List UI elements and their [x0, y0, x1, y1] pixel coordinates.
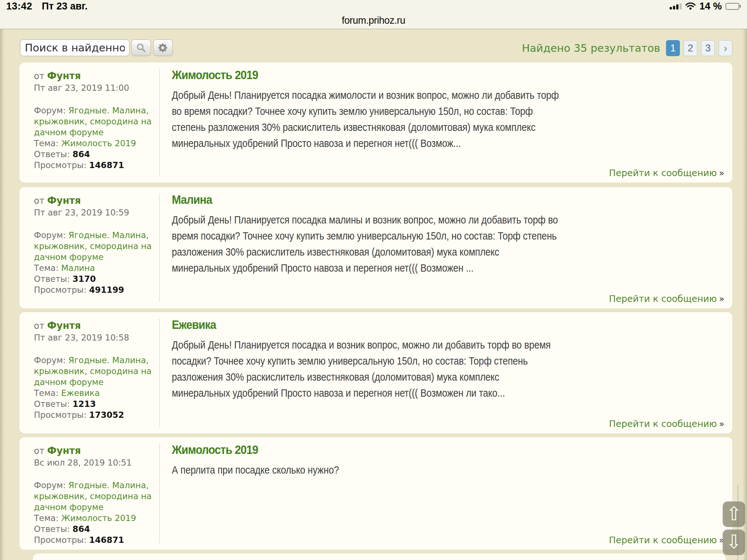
search-result-card: от Фунтя Пт авг 23, 2019 10:58 Форум: Яг… [19, 312, 732, 433]
gear-icon [158, 42, 169, 53]
search-icon [136, 42, 147, 53]
wifi-icon [685, 2, 696, 10]
result-meta: от Фунтя Пт авг 23, 2019 10:58 Форум: Яг… [34, 320, 156, 420]
divider [159, 194, 160, 302]
topic-link[interactable]: Жимолость 2019 [61, 513, 136, 523]
replies-count: 3170 [73, 274, 96, 284]
browser-title-bar: forum.prihoz.ru [0, 12, 747, 29]
results-count: Найдено 35 результатов [522, 42, 660, 54]
views-count: 173052 [89, 410, 124, 420]
author-link[interactable]: Фунтя [47, 70, 81, 81]
pagination-next-button[interactable]: › [719, 40, 732, 56]
goto-message-link[interactable]: Перейти к сообщению » [609, 168, 725, 178]
status-time: 13:42 [6, 1, 32, 12]
goto-message-link[interactable]: Перейти к сообщению » [609, 293, 725, 304]
pagination-page-3[interactable]: 3 [701, 40, 715, 56]
result-content: Малина Добрый День! Планируется посадка … [172, 193, 721, 276]
ios-status-bar: 13:42 Пт 23 авг. 14 % [0, 0, 747, 12]
divider [159, 319, 160, 427]
views-label: Просмотры: [34, 410, 86, 420]
forum-line: Форум: Ягодные. Малина, крыжовник, сморо… [34, 355, 156, 388]
topic-link[interactable]: Ежевика [61, 388, 100, 398]
author-link[interactable]: Фунтя [47, 445, 81, 456]
post-date: Пт авг 23, 2019 10:59 [34, 207, 156, 218]
topic-link[interactable]: Малина [61, 263, 95, 273]
result-title-link[interactable]: Малина [172, 193, 212, 207]
result-title-link[interactable]: Ежевика [172, 318, 216, 332]
views-count: 491199 [89, 285, 124, 295]
status-right: 14 % [670, 1, 741, 12]
result-excerpt: Добрый День! Планируется посадка и возни… [172, 337, 560, 401]
replies-line: Ответы: 3170 [34, 273, 156, 284]
scroll-down-icon: ⇩ [726, 532, 742, 551]
result-excerpt: А перлита при посадке сколько нужно? [172, 462, 560, 478]
author-line: от Фунтя [34, 320, 156, 331]
views-label: Просмотры: [34, 160, 86, 170]
goto-message-label: Перейти к сообщению [609, 168, 717, 178]
goto-arrow-icon: » [719, 420, 724, 428]
goto-message-link[interactable]: Перейти к сообщению » [609, 535, 725, 545]
topic-label: Тема: [34, 388, 58, 398]
views-label: Просмотры: [34, 285, 86, 295]
scroll-to-bottom-button[interactable]: ⇩ [723, 529, 745, 555]
search-input[interactable] [20, 39, 129, 56]
forum-label: Форум: [34, 481, 66, 490]
replies-line: Ответы: 1213 [34, 398, 156, 409]
pagination-page-1[interactable]: 1 [666, 40, 680, 56]
author-link[interactable]: Фунтя [47, 195, 81, 206]
goto-message-label: Перейти к сообщению [609, 293, 717, 304]
next-section-strip [33, 553, 726, 560]
forum-line: Форум: Ягодные. Малина, крыжовник, сморо… [34, 230, 156, 262]
result-meta: от Фунтя Пт авг 23, 2019 11:00 Форум: Яг… [34, 70, 156, 171]
author-prefix: от [34, 71, 44, 81]
result-title-link[interactable]: Жимолость 2019 [172, 443, 258, 457]
replies-count: 864 [73, 524, 90, 534]
page-url: forum.prihoz.ru [342, 15, 405, 26]
forum-line: Форум: Ягодные. Малина, крыжовник, сморо… [34, 105, 156, 138]
scroll-to-top-button[interactable]: ⇧ [723, 501, 745, 527]
cellular-signal-icon [670, 3, 682, 9]
topic-line: Тема: Ежевика [34, 388, 156, 398]
search-result-card: от Фунтя Вс июл 28, 2019 10:51 Форум: Яг… [19, 437, 732, 550]
forum-label: Форум: [34, 106, 66, 115]
result-excerpt: Добрый День! Планируется посадка жимолос… [172, 87, 560, 151]
topic-label: Тема: [34, 263, 58, 273]
author-prefix: от [34, 321, 44, 331]
topic-line: Тема: Жимолость 2019 [34, 513, 156, 524]
forum-line: Форум: Ягодные. Малина, крыжовник, сморо… [34, 480, 156, 513]
author-line: от Фунтя [34, 70, 156, 82]
replies-label: Ответы: [34, 149, 70, 159]
author-line: от Фунтя [34, 445, 156, 456]
replies-line: Ответы: 864 [34, 149, 156, 160]
post-date: Пт авг 23, 2019 11:00 [34, 82, 156, 93]
search-button[interactable] [131, 39, 151, 56]
author-line: от Фунтя [34, 195, 156, 206]
forum-label: Форум: [34, 230, 66, 240]
replies-count: 1213 [73, 399, 96, 409]
topic-link[interactable]: Жимолость 2019 [61, 139, 136, 148]
post-date: Вс июл 28, 2019 10:51 [34, 457, 156, 468]
scroll-up-icon: ⇧ [726, 504, 742, 523]
views-count: 146871 [89, 535, 124, 545]
topic-line: Тема: Жимолость 2019 [34, 138, 156, 149]
result-content: Жимолость 2019 Добрый День! Планируется … [172, 68, 721, 151]
topic-label: Тема: [34, 139, 58, 148]
result-title-link[interactable]: Жимолость 2019 [172, 68, 258, 82]
views-line: Просмотры: 491199 [34, 284, 156, 295]
result-excerpt: Добрый День! Планируется посадка малины … [172, 212, 560, 276]
chevron-right-icon: › [724, 42, 727, 54]
author-prefix: от [34, 196, 44, 206]
views-line: Просмотры: 146871 [34, 534, 156, 545]
topic-line: Тема: Малина [34, 262, 156, 273]
pagination-page-2[interactable]: 2 [684, 40, 697, 56]
result-content: Жимолость 2019 А перлита при посадке ско… [172, 443, 721, 478]
search-settings-button[interactable] [153, 39, 173, 56]
divider [159, 69, 160, 176]
replies-count: 864 [73, 149, 90, 159]
author-link[interactable]: Фунтя [47, 320, 81, 331]
result-meta: от Фунтя Вс июл 28, 2019 10:51 Форум: Яг… [34, 445, 156, 545]
goto-message-link[interactable]: Перейти к сообщению » [609, 419, 725, 429]
goto-message-label: Перейти к сообщению [609, 419, 717, 429]
forum-label: Форум: [34, 355, 66, 365]
status-left: 13:42 Пт 23 авг. [6, 1, 88, 12]
